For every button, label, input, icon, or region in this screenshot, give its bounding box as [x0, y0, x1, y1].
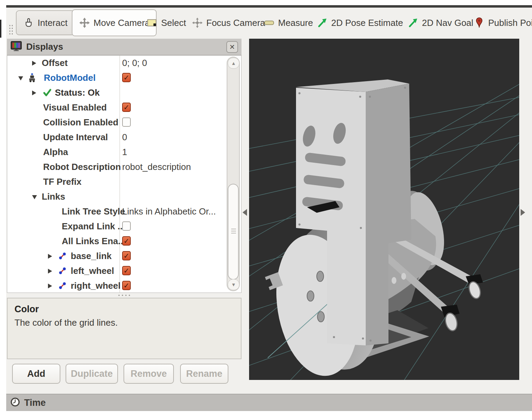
property-name: Color — [14, 304, 234, 315]
robot-model-mesh — [264, 79, 483, 380]
robot-model-icon — [27, 73, 37, 83]
tool-label: 2D Nav Goal — [422, 18, 473, 28]
property-description-text: The color of the grid lines. — [14, 317, 234, 328]
toolbar-grip-handle[interactable] — [9, 24, 13, 35]
property-name-label: Robot Description — [43, 160, 121, 174]
tool-label: Move Camera — [93, 18, 150, 28]
displays-tree: Offset0; 0; 0RobotModel✓Status: OkVisual… — [7, 55, 242, 293]
checkbox-checked[interactable]: ✓ — [122, 281, 131, 290]
tool-label: Publish Point — [488, 18, 532, 28]
splitter-collapse-left-icon[interactable] — [243, 209, 247, 216]
checkbox-checked[interactable]: ✓ — [122, 103, 131, 112]
checkbox-checked[interactable]: ✓ — [122, 236, 131, 246]
tree-row-links[interactable]: Links — [7, 189, 241, 204]
chevron-right-icon[interactable] — [48, 254, 52, 259]
tree-scrollbar[interactable]: ▲ ▼ — [227, 57, 240, 291]
tool-label: 2D Pose Estimate — [331, 18, 403, 28]
tree-row-collision-enabled[interactable]: Collision Enabled — [7, 115, 241, 130]
toolbar: InteractMove CameraSelectFocus CameraMea… — [6, 8, 532, 38]
scrollbar-up-icon[interactable]: ▲ — [228, 58, 239, 69]
link-icon — [58, 266, 67, 276]
duplicate-button[interactable]: Duplicate — [66, 364, 118, 384]
tree-row-tf-prefix[interactable]: TF Prefix — [7, 174, 241, 189]
tree-row-offset[interactable]: Offset0; 0; 0 — [7, 56, 241, 70]
hand-pointer-icon — [23, 17, 35, 29]
tool-publish-point[interactable]: Publish Point — [473, 8, 532, 38]
property-name-label: TF Prefix — [43, 174, 81, 189]
tool-2d-pose-estimate[interactable]: 2D Pose Estimate — [316, 8, 403, 38]
checkbox-checked[interactable]: ✓ — [122, 251, 131, 260]
property-value[interactable]: 0 — [122, 130, 127, 145]
property-name-label: Collision Enabled — [43, 115, 118, 130]
chevron-right-icon[interactable] — [32, 90, 36, 95]
splitter-collapse-right-icon[interactable] — [521, 209, 525, 216]
link-icon — [58, 251, 67, 261]
property-value[interactable]: Links in Alphabetic Or... — [122, 204, 216, 219]
chevron-right-icon[interactable] — [48, 284, 52, 288]
scrollbar-down-icon[interactable]: ▼ — [228, 279, 239, 290]
link-icon — [58, 281, 67, 290]
property-name-label: left_wheel — [71, 264, 114, 278]
tree-row-left-wheel[interactable]: left_wheel✓ — [7, 264, 241, 278]
rviz-window: InteractMove CameraSelectFocus CameraMea… — [0, 0, 532, 420]
tool-measure[interactable]: Measure — [263, 8, 313, 38]
property-name-label: Visual Enabled — [43, 100, 107, 115]
checkbox-unchecked[interactable] — [122, 221, 131, 231]
tool-2d-nav-goal[interactable]: 2D Nav Goal — [407, 8, 473, 38]
tree-row-robot-description[interactable]: Robot Descriptionrobot_description — [7, 160, 241, 174]
time-panel-label: Time — [24, 398, 46, 408]
tree-row-expand-link[interactable]: Expand Link ... — [7, 219, 241, 234]
tree-row-right-wheel[interactable]: right_wheel✓ — [7, 278, 241, 293]
time-panel: Time — [6, 394, 532, 411]
pose-arrow-icon — [316, 17, 328, 29]
displays-panel-header: Displays ✕ — [7, 39, 242, 55]
chevron-right-icon[interactable] — [48, 269, 52, 274]
tree-row-all-links-ena[interactable]: All Links Ena...✓ — [7, 234, 241, 249]
tree-row-link-tree-style[interactable]: Link Tree StyleLinks in Alphabetic Or... — [7, 204, 241, 219]
add-button[interactable]: Add — [12, 364, 60, 384]
tree-row-update-interval[interactable]: Update Interval0 — [7, 130, 241, 145]
chevron-down-icon[interactable] — [18, 76, 23, 80]
property-name-label: Update Interval — [43, 130, 108, 145]
property-name-label: Link Tree Style — [62, 204, 125, 219]
measure-icon — [263, 17, 275, 29]
clock-icon — [10, 397, 20, 408]
remove-button[interactable]: Remove — [124, 364, 174, 384]
property-name-label: Links — [42, 189, 65, 204]
property-value[interactable]: robot_description — [122, 160, 191, 174]
property-description-panel: Color The color of the grid lines. — [7, 298, 242, 359]
property-name-label: base_link — [71, 249, 112, 264]
3d-viewport-scene[interactable] — [249, 39, 519, 380]
scrollbar-thumb[interactable] — [228, 184, 239, 280]
chevron-down-icon[interactable] — [32, 195, 37, 199]
tree-row-robotmodel[interactable]: RobotModel✓ — [7, 70, 241, 85]
tree-row-base-link[interactable]: base_link✓ — [7, 249, 241, 264]
tool-focus-camera[interactable]: Focus Camera — [191, 8, 265, 38]
tree-row-alpha[interactable]: Alpha1 — [7, 145, 241, 160]
close-icon[interactable]: ✕ — [226, 41, 238, 53]
tree-row-visual-enabled[interactable]: Visual Enabled✓ — [7, 100, 241, 115]
property-name-label: All Links Ena... — [62, 234, 126, 249]
panel-splitter-grip[interactable] — [117, 294, 131, 297]
3d-viewport[interactable] — [249, 39, 519, 380]
property-name-label: RobotModel — [44, 70, 96, 85]
property-value[interactable]: 1 — [122, 145, 127, 160]
tool-label: Focus Camera — [206, 18, 265, 28]
tool-select[interactable]: Select — [146, 8, 186, 38]
checkbox-checked[interactable]: ✓ — [122, 73, 131, 82]
property-value[interactable]: 0; 0; 0 — [122, 56, 147, 70]
property-name-label: Status: Ok — [55, 85, 100, 100]
select-icon — [146, 17, 158, 29]
rename-button[interactable]: Rename — [180, 364, 228, 384]
property-name-label: right_wheel — [71, 278, 120, 293]
tool-label: Measure — [278, 18, 313, 28]
tree-row-status-ok[interactable]: Status: Ok — [7, 85, 241, 100]
chevron-right-icon[interactable] — [32, 61, 36, 66]
checkbox-unchecked[interactable] — [122, 117, 131, 127]
focus-camera-icon — [191, 17, 203, 29]
checkbox-checked[interactable]: ✓ — [122, 266, 131, 275]
move-camera-icon — [79, 17, 90, 29]
tool-interact[interactable]: Interact — [16, 10, 75, 35]
property-name-label: Expand Link ... — [62, 219, 125, 234]
tool-move-camera[interactable]: Move Camera — [72, 9, 157, 36]
